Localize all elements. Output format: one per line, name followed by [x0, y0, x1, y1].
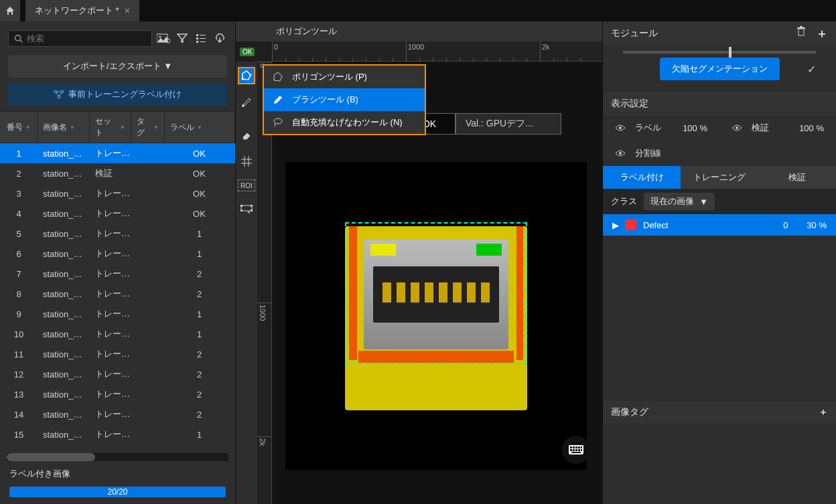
display-validation-row[interactable]: 検証 100 % — [719, 115, 836, 141]
search-input-box[interactable] — [8, 30, 152, 47]
svg-rect-42 — [798, 29, 804, 35]
lasso-icon — [272, 116, 284, 129]
table-row[interactable]: 13station_1...トレーニ...2 — [0, 384, 235, 404]
svg-line-14 — [56, 92, 58, 96]
svg-point-3 — [159, 36, 161, 38]
table-row[interactable]: 15station_1...トレーニ...1 — [0, 424, 235, 444]
table-row[interactable]: 14station_1...トレーニ...2 — [0, 404, 235, 424]
home-button[interactable] — [0, 0, 20, 21]
display-label-row[interactable]: ラベル 100 % — [603, 115, 719, 141]
display-settings-header: 表示設定 — [603, 92, 836, 115]
class-select[interactable]: 現在の画像 ▼ — [644, 193, 715, 210]
import-export-label: インポート/エクスポート ▼ — [63, 60, 172, 72]
pretrain-label-button[interactable]: 事前トレーニングラベル付け — [8, 83, 227, 106]
horizontal-scrollbar[interactable] — [7, 453, 228, 461]
filter-icon[interactable] — [175, 31, 190, 46]
eraser-tool-button[interactable] — [238, 126, 255, 143]
image-display-icon[interactable] — [156, 31, 171, 46]
pretrain-label-text: 事前トレーニングラベル付け — [68, 88, 182, 100]
tab-label[interactable]: ラベル付け — [603, 166, 681, 189]
right-tabs: ラベル付け トレーニング 検証 — [603, 166, 836, 189]
display-split-row[interactable]: 分割線 — [603, 141, 836, 166]
table-row[interactable]: 9station_1...トレーニ...1 — [0, 304, 235, 324]
import-export-button[interactable]: インポート/エクスポート ▼ — [8, 55, 227, 78]
svg-rect-38 — [578, 449, 580, 451]
col-image-name[interactable]: 画像名▼ — [38, 112, 90, 143]
table-row[interactable]: 8station_1...トレーニ...2 — [0, 284, 235, 304]
table-row[interactable]: 3station_1...トレーニ...OK — [0, 183, 235, 203]
svg-rect-32 — [575, 446, 577, 448]
svg-rect-30 — [570, 446, 572, 448]
table-row[interactable]: 7station_1...トレーニ...2 — [0, 264, 235, 284]
svg-rect-36 — [573, 449, 575, 451]
table-row[interactable]: 6station_1...トレーニ...1 — [0, 244, 235, 264]
svg-point-41 — [274, 118, 282, 124]
image-list[interactable]: 1station_1...トレーニ...OK2station_1...検証OK3… — [0, 143, 235, 453]
table-row[interactable]: 10station_1...トレーニ...1 — [0, 324, 235, 344]
svg-rect-33 — [578, 446, 580, 448]
canvas-header: ポリゴンツール — [236, 21, 602, 41]
tab-train[interactable]: トレーニング — [681, 166, 758, 189]
add-tag-icon[interactable]: ＋ — [819, 406, 828, 418]
add-module-icon[interactable]: ＋ — [816, 25, 828, 41]
close-icon[interactable]: × — [125, 5, 130, 16]
svg-point-46 — [736, 127, 738, 129]
polygon-tool-button[interactable] — [238, 67, 255, 84]
table-row[interactable]: 2station_1...検証OK — [0, 163, 235, 183]
table-row[interactable]: 1station_1...トレーニ...OK — [0, 143, 235, 163]
tab-title: ネットワークポート * — [35, 5, 119, 17]
svg-line-15 — [60, 92, 62, 96]
defect-count: 0 — [783, 220, 788, 230]
search-input[interactable] — [27, 33, 146, 44]
document-tab[interactable]: ネットワークポート * × — [25, 0, 139, 21]
image-tags-label: 画像タグ — [611, 406, 648, 418]
horizontal-ruler: 010002k — [272, 41, 602, 62]
tool-flyout-menu: ポリゴンツール (P) ブラシツール (B) 自動充填なげなわツール (N) — [263, 64, 426, 135]
roi-tool-button[interactable]: ROI — [238, 179, 255, 191]
table-row[interactable]: 12station_1...トレーニ...2 — [0, 364, 235, 384]
table-row[interactable]: 5station_1...トレーニ...1 — [0, 224, 235, 244]
module-chip[interactable]: 欠陥セグメンテーション — [660, 58, 780, 80]
module-slider[interactable] — [623, 51, 816, 54]
labeled-images-label: ラベル付き画像 — [9, 468, 226, 480]
ok-badge: OK — [240, 48, 255, 56]
search-icon — [14, 34, 23, 43]
module-header: モジュール ＋ — [603, 21, 836, 46]
roi-selection[interactable] — [345, 222, 527, 364]
svg-point-45 — [619, 127, 622, 129]
flyout-lasso[interactable]: 自動充填なげなわツール (N) — [264, 111, 425, 134]
transform-tool-button[interactable] — [238, 201, 255, 218]
svg-rect-34 — [581, 446, 582, 448]
tool-strip: ROI — [236, 62, 257, 504]
flyout-polygon[interactable]: ポリゴンツール (P) — [264, 66, 425, 88]
flyout-brush[interactable]: ブラシツール (B) — [264, 88, 425, 111]
cloud-download-icon[interactable] — [212, 31, 227, 46]
col-tag[interactable]: タグ▼ — [131, 112, 165, 143]
chevron-down-icon: ▼ — [699, 197, 708, 207]
table-row[interactable]: 11station_1...トレーニ...2 — [0, 344, 235, 364]
tab-validate[interactable]: 検証 — [758, 166, 836, 189]
list-icon[interactable] — [194, 31, 208, 46]
check-icon[interactable]: ✓ — [807, 63, 816, 76]
svg-rect-37 — [575, 449, 577, 451]
svg-rect-35 — [570, 449, 572, 451]
grid-tool-button[interactable] — [238, 153, 255, 170]
svg-rect-8 — [200, 38, 206, 39]
svg-point-0 — [15, 35, 21, 40]
table-row[interactable]: 4station_1...トレーニ...OK — [0, 203, 235, 224]
brush-tool-button[interactable] — [238, 94, 255, 111]
svg-rect-28 — [251, 209, 253, 212]
keyboard-shortcuts-button[interactable] — [562, 436, 590, 464]
defect-class-row[interactable]: ▶ Defect 0 30 % — [603, 214, 836, 236]
eye-icon — [615, 124, 627, 132]
svg-rect-25 — [240, 205, 242, 207]
svg-rect-27 — [240, 209, 242, 212]
image-list-panel: インポート/エクスポート ▼ 事前トレーニングラベル付け 番号▼ 画像名▼ セッ… — [0, 21, 236, 504]
svg-point-13 — [58, 96, 60, 98]
eye-icon — [732, 124, 744, 132]
col-number[interactable]: 番号▼ — [0, 112, 38, 143]
col-label[interactable]: ラベル▼ — [165, 112, 235, 143]
delete-icon[interactable] — [796, 25, 807, 41]
col-set[interactable]: セット▼ — [90, 112, 131, 143]
polygon-icon — [272, 71, 284, 83]
